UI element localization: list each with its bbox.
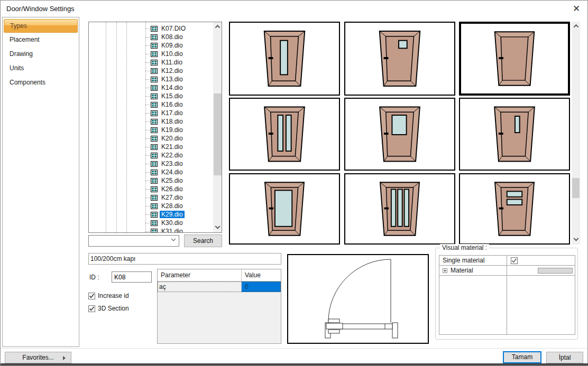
tree-item[interactable]: K08.dio (89, 33, 213, 41)
tree-item[interactable]: K26.dio (89, 185, 213, 193)
tree-connector (145, 62, 150, 63)
tree-item[interactable]: K17.dio (89, 109, 213, 117)
tree-item-label: K28.dio (160, 202, 185, 210)
tree-item[interactable]: K24.dio (89, 168, 213, 176)
sidebar-item-components[interactable]: Components (4, 76, 78, 90)
door-file-icon (151, 43, 158, 49)
tree-item[interactable]: K23.dio (89, 159, 213, 168)
settings-sidebar: TypesPlacementDrawingUnitsComponents (2, 17, 79, 347)
door-preview-narrow-upper-pane[interactable] (459, 98, 570, 171)
checkbox-check-icon (88, 293, 95, 299)
tree-item[interactable]: K21.dio (89, 143, 213, 151)
door-preview-two-horizontal-panes[interactable] (459, 173, 570, 245)
tree-item[interactable]: K27.dio (89, 193, 213, 202)
tree-connector (145, 155, 150, 156)
tree-item[interactable]: K16.dio (89, 100, 213, 109)
door-file-icon (151, 144, 158, 150)
visual-material-table: Single material Material (439, 255, 575, 335)
sidebar-item-placement[interactable]: Placement (4, 33, 78, 47)
door-file-icon (151, 60, 158, 65)
type-description: 100/200cm kapı (88, 253, 281, 265)
increase-id-checkbox[interactable]: Increase id (88, 292, 129, 299)
preview-scrollbar[interactable] (572, 22, 580, 245)
tree-item[interactable]: K13.dio (89, 75, 213, 83)
ok-button[interactable]: Tamam (503, 351, 541, 363)
search-button[interactable]: Search (184, 234, 222, 247)
tree-item[interactable]: K07.DIO (89, 24, 213, 33)
scroll-up-icon[interactable] (572, 22, 580, 31)
scroll-down-icon[interactable] (572, 236, 580, 245)
visual-material-group: Visual material : Single material Materi… (435, 248, 578, 340)
door-preview-full-glass[interactable] (229, 173, 340, 245)
footer-divider (1, 348, 587, 349)
tree-scrollbar-thumb[interactable] (214, 93, 222, 175)
door-file-icon (151, 136, 158, 142)
material-swatch-button[interactable] (538, 268, 573, 274)
door-rendering (461, 24, 568, 93)
id-label: ID : (89, 274, 99, 281)
door-preview-tall-narrow-glass[interactable] (229, 22, 340, 96)
tree-item-label: K15.dio (160, 92, 185, 100)
tree-item[interactable]: K28.dio (89, 202, 213, 210)
tree-item-label: K29.dio (160, 211, 185, 218)
tree-item[interactable]: K31.dio (89, 227, 213, 233)
tree-connector (145, 223, 150, 223)
tree-connector (145, 214, 150, 215)
tree-item-label: K21.dio (160, 143, 185, 151)
tree-item[interactable]: K12.dio (89, 67, 213, 75)
tree-item-label: K08.dio (160, 33, 185, 41)
sidebar-item-drawing[interactable]: Drawing (4, 48, 78, 61)
scroll-down-icon[interactable] (213, 223, 222, 232)
door-preview-three-vertical-panes[interactable] (344, 173, 455, 245)
tree-item[interactable]: K10.dio (89, 50, 213, 58)
parameter-table-header: Parameter Value (158, 269, 281, 281)
parameter-name-cell[interactable]: aç (158, 281, 242, 292)
tree-item-label: K18.dio (160, 118, 185, 125)
tree-connector (145, 231, 150, 232)
tree-connector (145, 130, 150, 130)
expand-plus-icon[interactable] (443, 268, 447, 273)
tree-connector (145, 105, 150, 105)
single-material-row[interactable]: Single material (439, 256, 575, 266)
search-combobox[interactable] (88, 235, 179, 247)
door-rendering (345, 174, 454, 243)
tree-item[interactable]: K15.dio (89, 92, 213, 100)
tree-item[interactable]: K11.dio (89, 58, 213, 67)
sidebar-item-units[interactable]: Units (4, 62, 78, 76)
tree-item[interactable]: K30.dio (89, 219, 213, 227)
material-label: Material (439, 267, 507, 274)
tree-item[interactable]: K25.dio (89, 176, 213, 185)
door-file-icon (151, 212, 158, 218)
tree-item[interactable]: K20.dio (89, 134, 213, 143)
scroll-up-icon[interactable] (213, 22, 222, 31)
preview-scrollbar-thumb[interactable] (572, 178, 580, 198)
tree-item-label: K27.dio (160, 194, 185, 201)
tree-item[interactable]: K19.dio (89, 126, 213, 134)
single-material-checkbox[interactable] (511, 257, 518, 264)
tree-item[interactable]: K22.dio (89, 151, 213, 159)
sidebar-item-types[interactable]: Types (4, 19, 78, 33)
material-row[interactable]: Material (439, 266, 575, 276)
door-preview-two-vertical-panes[interactable] (229, 98, 340, 171)
tree-item[interactable]: K14.dio (89, 83, 213, 92)
tree-item-label: K13.dio (160, 76, 185, 83)
tree-item[interactable]: K18.dio (89, 117, 213, 126)
tree-item[interactable]: K29.dio (89, 210, 213, 219)
tree-item-label: K31.dio (160, 228, 185, 233)
id-input[interactable] (112, 271, 152, 283)
close-icon[interactable]: ✕ (571, 3, 582, 15)
3d-section-checkbox[interactable]: 3D Section (88, 305, 129, 312)
door-preview-small-square-window[interactable] (344, 22, 455, 96)
tree-item[interactable]: K09.dio (89, 41, 213, 50)
door-preview-plain[interactable] (459, 22, 570, 96)
door-rendering (230, 174, 339, 243)
favorites-button[interactable]: Favorites... (5, 352, 71, 363)
parameter-column-header: Parameter (158, 269, 242, 281)
parameter-row[interactable]: aç 0 (158, 281, 281, 292)
parameter-value-cell[interactable]: 0 (242, 281, 281, 292)
tree-item-label: K17.dio (160, 109, 185, 117)
door-preview-large-upper-pane[interactable] (344, 98, 455, 171)
tree-scrollbar[interactable] (213, 22, 222, 232)
door-file-icon (151, 220, 158, 226)
cancel-button[interactable]: İptal (546, 352, 583, 363)
